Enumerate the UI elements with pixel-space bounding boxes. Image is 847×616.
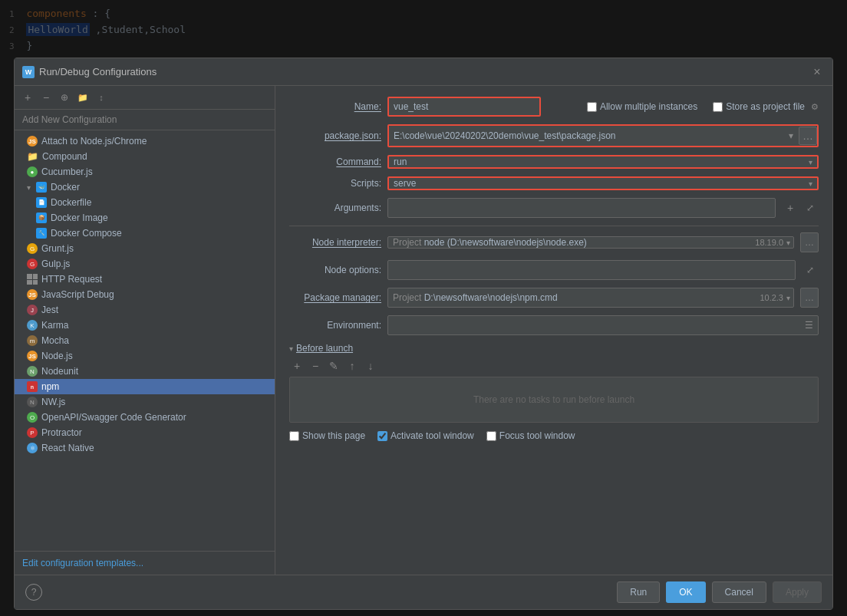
left-footer: Edit configuration templates... <box>15 551 275 575</box>
node-version: 18.19.0 <box>755 238 783 247</box>
package-json-dropdown[interactable]: ▾ <box>783 127 799 145</box>
apply-button[interactable]: Apply <box>773 581 822 603</box>
sidebar-item-dockerfile[interactable]: 📄 Dockerfile <box>15 195 275 210</box>
close-button[interactable]: × <box>809 64 825 80</box>
cancel-button[interactable]: Cancel <box>712 581 766 603</box>
package-json-row: package.json: ▾ … <box>289 124 819 147</box>
sidebar-item-protractor[interactable]: P Protractor <box>15 425 275 440</box>
sidebar-item-docker-compose[interactable]: 🔧 Docker Compose <box>15 226 275 241</box>
show-page-checkbox[interactable] <box>289 431 299 441</box>
arguments-expand-btn[interactable]: ⤢ <box>802 199 819 216</box>
karma-icon: K <box>27 320 38 331</box>
bl-up-btn[interactable]: ↑ <box>344 358 360 374</box>
add-config-button[interactable]: + <box>19 89 36 106</box>
folder-config-button[interactable]: 📁 <box>74 89 91 106</box>
package-json-input[interactable] <box>389 126 817 146</box>
nodeunit-icon: N <box>27 366 38 377</box>
environment-label: Environment: <box>289 320 381 331</box>
package-manager-browse[interactable]: … <box>800 288 819 308</box>
sidebar-item-gulpjs[interactable]: G Gulp.js <box>15 256 275 272</box>
edit-templates-link[interactable]: Edit configuration templates... <box>22 558 143 568</box>
bl-remove-btn[interactable]: − <box>308 358 323 374</box>
scripts-label: Scripts: <box>289 178 381 189</box>
arguments-input[interactable] <box>387 198 776 218</box>
sidebar-item-docker[interactable]: ▾ 🐳 Docker <box>15 180 275 195</box>
jsdebug-icon: JS <box>27 289 38 300</box>
copy-config-button[interactable]: ⊕ <box>56 89 73 106</box>
package-json-browse[interactable]: … <box>799 127 817 145</box>
node-options-row: Node options: ⤢ <box>289 260 819 280</box>
docker-image-icon: 📦 <box>36 212 47 223</box>
focus-tool-checkbox[interactable] <box>486 431 496 441</box>
docker-icon: 🐳 <box>36 182 47 193</box>
nwjs-icon: N <box>27 397 38 407</box>
sidebar-item-cucumberjs[interactable]: ● Cucumber.js <box>15 164 275 180</box>
sidebar-item-attach-nodejs[interactable]: JS Attach to Node.js/Chrome <box>15 133 275 149</box>
sidebar-item-openapi[interactable]: O OpenAPI/Swagger Code Generator <box>15 410 275 425</box>
sidebar-item-karma[interactable]: K Karma <box>15 318 275 333</box>
sidebar-item-react-native[interactable]: ⚛ React Native <box>15 440 275 456</box>
store-project-checkbox[interactable] <box>713 102 723 112</box>
sidebar-item-npm[interactable]: n npm <box>15 379 275 394</box>
ok-button[interactable]: OK <box>666 581 705 603</box>
before-launch-toolbar: + − ✎ ↑ ↓ <box>289 358 819 374</box>
allow-multiple-checkbox[interactable] <box>587 102 597 112</box>
sidebar-item-mocha[interactable]: m Mocha <box>15 333 275 348</box>
right-panel: Name: Allow multiple instances Store as … <box>275 86 832 575</box>
bl-add-btn[interactable]: + <box>289 358 305 374</box>
allow-multiple-label: Allow multiple instances <box>600 101 697 112</box>
jest-icon: J <box>27 305 38 315</box>
node-options-input[interactable] <box>387 260 796 280</box>
docker-chevron: ▾ <box>27 183 31 192</box>
bl-edit-btn[interactable]: ✎ <box>326 358 341 374</box>
name-input[interactable] <box>387 97 541 117</box>
package-manager-label: Package manager: <box>289 292 381 303</box>
node-options-expand-btn[interactable]: ⤢ <box>802 262 819 278</box>
sidebar-item-docker-image[interactable]: 📦 Docker Image <box>15 210 275 226</box>
dialog-titlebar: W Run/Debug Configurations × <box>15 58 832 86</box>
sidebar-item-jsdebug[interactable]: JS JavaScript Debug <box>15 287 275 302</box>
help-button[interactable]: ? <box>25 584 42 601</box>
before-launch-header[interactable]: ▾ Before launch <box>289 343 819 354</box>
sidebar-item-nodeunit[interactable]: N Nodeunit <box>15 364 275 379</box>
command-value: run <box>389 156 809 167</box>
cucumberjs-icon: ● <box>27 166 38 177</box>
package-manager-version: 10.2.3 <box>760 293 783 302</box>
dialog-icon: W <box>22 66 35 78</box>
package-manager-row: Package manager: Project D:\newsoftware\… <box>289 288 819 308</box>
attach-nodejs-icon: JS <box>27 136 38 147</box>
before-launch-empty-text: There are no tasks to run before launch <box>473 394 634 405</box>
bottom-checkboxes: Show this page Activate tool window Focu… <box>289 430 819 441</box>
gruntjs-icon: G <box>27 243 38 254</box>
sidebar-item-nodejs[interactable]: JS Node.js <box>15 348 275 364</box>
package-json-label: package.json: <box>289 130 381 141</box>
focus-tool-label: Focus tool window <box>499 430 575 441</box>
dialog-footer: ? Run OK Cancel Apply <box>15 575 832 609</box>
run-button[interactable]: Run <box>617 581 660 603</box>
activate-tool-checkbox[interactable] <box>377 431 387 441</box>
dialog-body: + − ⊕ 📁 ↕ Add New Configuration JS Attac… <box>15 86 832 575</box>
sidebar-item-http[interactable]: HTTP Request <box>15 272 275 287</box>
sidebar-item-nwjs[interactable]: N NW.js <box>15 394 275 410</box>
sidebar-item-gruntjs[interactable]: G Grunt.js <box>15 241 275 256</box>
openapi-icon: O <box>27 412 38 423</box>
sort-config-button[interactable]: ↕ <box>93 89 110 106</box>
config-list[interactable]: JS Attach to Node.js/Chrome 📁 Compound ●… <box>15 130 275 551</box>
arguments-add-btn[interactable]: + <box>782 199 799 216</box>
remove-config-button[interactable]: − <box>38 89 54 106</box>
show-page-row: Show this page <box>289 430 365 441</box>
bl-down-btn[interactable]: ↓ <box>363 358 378 374</box>
left-panel: + − ⊕ 📁 ↕ Add New Configuration JS Attac… <box>15 86 275 575</box>
package-manager-value: Project D:\newsoftware\nodejs\npm.cmd <box>388 292 760 303</box>
before-launch-section: ▾ Before launch + − ✎ ↑ ↓ There are no t… <box>289 343 819 423</box>
footer-left: ? <box>25 584 42 601</box>
dialog-title: Run/Debug Configurations <box>39 66 157 77</box>
environment-icon: ☰ <box>805 320 813 331</box>
sidebar-item-compound[interactable]: 📁 Compound <box>15 149 275 164</box>
run-debug-dialog: W Run/Debug Configurations × + − ⊕ 📁 ↕ A… <box>14 58 833 610</box>
sidebar-item-jest[interactable]: J Jest <box>15 302 275 318</box>
left-panel-header: Add New Configuration <box>15 110 275 130</box>
node-interpreter-browse[interactable]: … <box>800 232 819 252</box>
scripts-arrow: ▾ <box>809 180 817 188</box>
activate-tool-row: Activate tool window <box>377 430 474 441</box>
